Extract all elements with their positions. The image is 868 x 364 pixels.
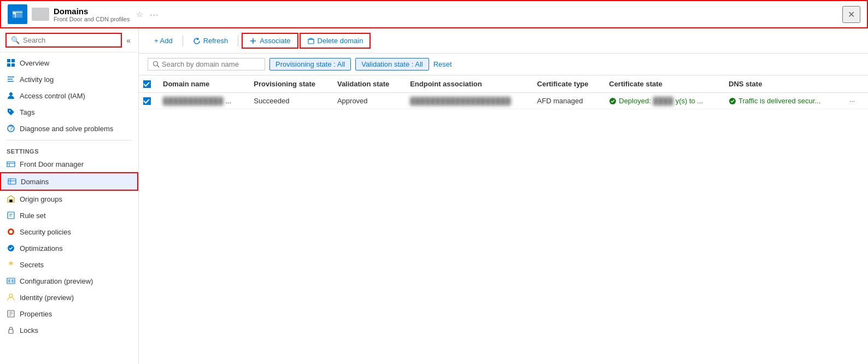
select-all-header[interactable]: [139, 75, 156, 93]
identity-icon: [7, 293, 15, 302]
add-button[interactable]: + Add: [148, 34, 179, 48]
delete-icon: [307, 37, 315, 45]
refresh-button[interactable]: Refresh: [186, 34, 235, 48]
properties-icon: [7, 309, 15, 318]
svg-rect-24: [308, 39, 314, 44]
sidebar-item-activity-log[interactable]: Activity log: [0, 71, 138, 87]
more-options-icon[interactable]: ···: [150, 10, 159, 19]
toolbar-separator: [183, 36, 183, 46]
close-button[interactable]: ✕: [842, 6, 860, 23]
sidebar-item-label: Identity (preview): [20, 293, 74, 302]
select-all-checkbox[interactable]: [143, 80, 151, 88]
domains-table-area: Domain name Provisioning state Validatio…: [139, 75, 868, 364]
cell-domain-name: ████████████ ...: [156, 93, 247, 109]
sidebar-item-overview[interactable]: Overview: [0, 55, 138, 71]
sidebar-item-diagnose[interactable]: ? Diagnose and solve problems: [0, 120, 138, 137]
filter-search-icon: [153, 61, 160, 68]
settings-section-label: Settings: [0, 144, 138, 156]
svg-text:?: ?: [9, 124, 13, 132]
row-more-button[interactable]: ···: [846, 96, 859, 106]
sidebar-item-label: Diagnose and solve problems: [20, 125, 113, 133]
refresh-icon: [193, 37, 201, 45]
col-domain-name[interactable]: Domain name: [156, 75, 247, 93]
col-dns-state[interactable]: DNS state: [722, 75, 840, 93]
cell-more-actions[interactable]: ···: [840, 93, 868, 109]
svg-point-25: [154, 62, 158, 66]
svg-rect-19: [8, 279, 10, 283]
svg-point-9: [9, 92, 13, 96]
search-input[interactable]: [23, 36, 116, 44]
svg-rect-2: [7, 59, 10, 62]
app-icon: [8, 4, 27, 24]
cell-certificate-state: Deployed: ████y(s) to ...: [602, 93, 722, 109]
sidebar-item-identity[interactable]: Identity (preview): [0, 289, 138, 306]
sidebar-item-front-door-manager[interactable]: Front Door manager: [0, 156, 138, 172]
sidebar-item-origin-groups[interactable]: Origin groups: [0, 191, 138, 207]
table-header-row: Domain name Provisioning state Validatio…: [139, 75, 868, 93]
domain-name-suffix: ...: [225, 97, 231, 105]
validation-state-filter[interactable]: Validation state : All: [355, 58, 429, 71]
col-actions-header: [840, 75, 868, 93]
content-area: + Add Refresh Associate Delete domain: [139, 28, 868, 364]
header-left: Domains Front Door and CDN profiles ☆ ··…: [8, 4, 159, 24]
cell-certificate-type: AFD managed: [531, 93, 603, 109]
sidebar-item-domains[interactable]: Domains: [0, 172, 138, 191]
sidebar-item-label: Origin groups: [20, 195, 62, 203]
domains-table: Domain name Provisioning state Validatio…: [139, 75, 868, 109]
col-endpoint-association[interactable]: Endpoint association: [403, 75, 530, 93]
favorite-icon[interactable]: ☆: [136, 10, 143, 19]
sidebar-item-secrets[interactable]: Secrets: [0, 256, 138, 273]
domain-search-box[interactable]: [148, 58, 265, 71]
associate-button[interactable]: Associate: [242, 33, 298, 49]
col-certificate-type[interactable]: Certificate type: [531, 75, 603, 93]
resource-thumbnail: [32, 8, 49, 21]
success-icon: [609, 97, 617, 105]
sidebar-item-label: Tags: [20, 108, 34, 116]
sidebar-item-label: Configuration (preview): [20, 277, 93, 285]
sidebar-item-label: Secrets: [20, 261, 44, 269]
rule-set-icon: [7, 211, 15, 220]
sidebar-item-locks[interactable]: Locks: [0, 322, 138, 338]
reset-filters-link[interactable]: Reset: [433, 60, 452, 68]
dns-success-icon: [729, 97, 736, 105]
sidebar-item-security-policies[interactable]: Security policies: [0, 224, 138, 240]
sidebar-item-label: Properties: [20, 310, 52, 318]
delete-domain-label: Delete domain: [318, 37, 363, 45]
provisioning-state-label: Provisioning state : All: [275, 60, 345, 68]
certificate-state-value: Deployed: ████y(s) to ...: [609, 97, 715, 105]
row-select-checkbox[interactable]: [143, 97, 151, 105]
row-checkbox-cell[interactable]: [139, 93, 156, 109]
refresh-label: Refresh: [203, 37, 228, 45]
cell-endpoint-association: ████████████████████: [403, 93, 530, 109]
svg-rect-23: [9, 330, 13, 333]
delete-domain-button[interactable]: Delete domain: [300, 33, 371, 49]
sidebar-nav: Overview Activity log Access control (IA…: [0, 52, 138, 364]
sidebar-item-configuration[interactable]: Configuration (preview): [0, 273, 138, 289]
sidebar-search-box[interactable]: 🔍: [5, 33, 122, 48]
collapse-button[interactable]: «: [124, 34, 133, 47]
sidebar-item-optimizations[interactable]: Optimizations: [0, 240, 138, 256]
activity-log-icon: [7, 75, 15, 84]
svg-rect-3: [11, 59, 15, 62]
endpoint-blurred: ████████████████████: [410, 97, 511, 105]
sidebar-item-label: Security policies: [20, 228, 71, 236]
col-certificate-state[interactable]: Certificate state: [602, 75, 722, 93]
domain-search-input[interactable]: [162, 60, 260, 68]
sidebar-item-label: Rule set: [20, 212, 46, 220]
svg-rect-13: [8, 179, 16, 184]
sidebar-item-rule-set[interactable]: Rule set: [0, 207, 138, 224]
svg-rect-5: [11, 63, 15, 67]
sidebar-item-access-control[interactable]: Access control (IAM): [0, 87, 138, 104]
validation-state-label: Validation state : All: [361, 60, 423, 68]
sidebar-search-area: 🔍 «: [0, 28, 138, 52]
sidebar-item-properties[interactable]: Properties: [0, 306, 138, 322]
col-provisioning-state[interactable]: Provisioning state: [247, 75, 331, 93]
sidebar-item-tags[interactable]: Tags: [0, 104, 138, 120]
svg-point-10: [9, 110, 10, 111]
provisioning-state-filter[interactable]: Provisioning state : All: [269, 58, 351, 71]
svg-rect-8: [8, 81, 14, 82]
overview-icon: [7, 58, 15, 67]
col-validation-state[interactable]: Validation state: [331, 75, 403, 93]
page-subtitle: Front Door and CDN profiles: [54, 16, 130, 22]
cell-dns-state: Traffic is delivered secur...: [722, 93, 840, 109]
